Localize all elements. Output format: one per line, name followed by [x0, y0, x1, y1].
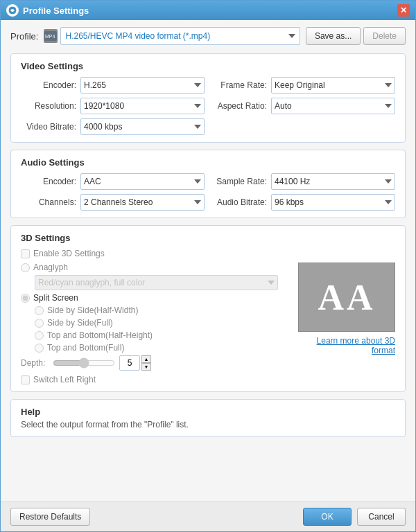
- depth-spinner: ▲ ▼: [141, 355, 151, 371]
- channels-label: Channels:: [21, 197, 76, 207]
- side-by-side-full-label: Side by Side(Full): [47, 318, 113, 328]
- encoder-row: Encoder: H.265: [21, 77, 205, 94]
- 3d-preview-box: AA: [298, 263, 395, 332]
- aspect-ratio-label: Aspect Ratio:: [211, 101, 267, 111]
- sample-rate-label: Sample Rate:: [211, 177, 267, 186]
- resolution-select[interactable]: 1920*1080: [80, 98, 205, 114]
- audio-bitrate-select[interactable]: 96 kbps: [271, 194, 395, 211]
- ok-button[interactable]: OK: [303, 508, 352, 526]
- 3d-settings-title: 3D Settings: [21, 233, 395, 243]
- split-screen-label: Split Screen: [33, 293, 78, 303]
- encoder-label: Encoder:: [21, 80, 76, 90]
- profile-settings-window: Profile Settings ✕ Profile: MP4 H.265/HE…: [0, 0, 416, 532]
- top-bottom-half-label: Top and Bottom(Half-Height): [47, 330, 153, 340]
- title-bar: Profile Settings ✕: [1, 1, 415, 20]
- aspect-ratio-select[interactable]: Auto: [271, 98, 395, 114]
- anaglyph-radio[interactable]: [21, 263, 30, 272]
- audio-settings-section: Audio Settings Encoder: AAC Sample Rate:…: [10, 150, 406, 218]
- 3d-right-panel: AA Learn more about 3D format: [298, 263, 395, 384]
- switch-lr-checkbox[interactable]: [21, 375, 30, 384]
- help-section: Help Select the output format from the "…: [10, 399, 406, 437]
- depth-label: Depth:: [21, 358, 49, 368]
- split-screen-radio[interactable]: [21, 294, 30, 303]
- sample-rate-select[interactable]: 44100 Hz: [271, 173, 395, 190]
- depth-value-input[interactable]: [119, 355, 140, 371]
- frame-rate-select[interactable]: Keep Original: [271, 77, 395, 94]
- app-icon: [6, 4, 19, 17]
- learn-more-link[interactable]: Learn more about 3D format: [298, 336, 395, 355]
- top-bottom-half-radio[interactable]: [35, 331, 44, 340]
- profile-select[interactable]: H.265/HEVC MP4 video format (*.mp4): [60, 27, 300, 45]
- split-screen-row: Split Screen: [21, 293, 291, 303]
- 3d-settings-section: 3D Settings Enable 3D Settings Anaglyph …: [10, 225, 406, 392]
- top-bottom-full-radio[interactable]: [35, 344, 44, 353]
- depth-slider[interactable]: [53, 357, 115, 369]
- video-settings-grid: Encoder: H.265 Frame Rate: Keep Original…: [21, 77, 395, 135]
- save-as-button[interactable]: Save as...: [306, 27, 361, 45]
- anaglyph-row: Anaglyph: [21, 263, 291, 272]
- footer-right: OK Cancel: [303, 508, 406, 526]
- channels-select[interactable]: 2 Channels Stereo: [80, 194, 205, 211]
- main-content: Profile: MP4 H.265/HEVC MP4 video format…: [1, 20, 415, 502]
- channels-row: Channels: 2 Channels Stereo: [21, 194, 205, 211]
- sample-rate-row: Sample Rate: 44100 Hz: [211, 173, 395, 190]
- 3d-content: Anaglyph Red/cyan anaglyph, full color S…: [21, 263, 395, 384]
- encoder-select[interactable]: H.265: [80, 77, 205, 94]
- audio-encoder-select[interactable]: AAC: [80, 173, 205, 190]
- enable-3d-row: Enable 3D Settings: [21, 249, 395, 258]
- profile-row: Profile: MP4 H.265/HEVC MP4 video format…: [10, 27, 406, 45]
- top-bottom-full-label: Top and Bottom(Full): [47, 343, 124, 353]
- frame-rate-row: Frame Rate: Keep Original: [211, 77, 395, 94]
- restore-defaults-button[interactable]: Restore Defaults: [10, 508, 90, 526]
- audio-settings-grid: Encoder: AAC Sample Rate: 44100 Hz Chann…: [21, 173, 395, 211]
- side-by-side-half-radio[interactable]: [35, 306, 44, 315]
- audio-settings-title: Audio Settings: [21, 157, 395, 168]
- top-bottom-half-row: Top and Bottom(Half-Height): [35, 330, 291, 340]
- video-settings-section: Video Settings Encoder: H.265 Frame Rate…: [10, 53, 406, 143]
- video-bitrate-select[interactable]: 4000 kbps: [80, 118, 205, 135]
- frame-rate-label: Frame Rate:: [211, 80, 267, 90]
- side-by-side-full-radio[interactable]: [35, 319, 44, 328]
- side-by-side-half-row: Side by Side(Half-Width): [35, 305, 291, 315]
- video-settings-title: Video Settings: [21, 61, 395, 71]
- audio-encoder-label: Encoder:: [21, 177, 76, 186]
- profile-format-icon: MP4: [44, 29, 58, 43]
- 3d-left-panel: Anaglyph Red/cyan anaglyph, full color S…: [21, 263, 291, 384]
- audio-bitrate-label: Audio Bitrate:: [211, 197, 267, 207]
- help-title: Help: [21, 407, 395, 417]
- switch-row: Switch Left Right: [21, 375, 291, 384]
- help-text: Select the output format from the "Profi…: [21, 420, 395, 429]
- resolution-row: Resolution: 1920*1080: [21, 98, 205, 114]
- 3d-preview-aa: AA: [318, 277, 375, 318]
- audio-encoder-row: Encoder: AAC: [21, 173, 205, 190]
- video-bitrate-row: Video Bitrate: 4000 kbps: [21, 118, 205, 135]
- enable-3d-checkbox[interactable]: [21, 249, 30, 258]
- depth-row: Depth: ▲ ▼: [21, 355, 291, 371]
- side-by-side-half-label: Side by Side(Half-Width): [47, 305, 138, 315]
- switch-lr-label: Switch Left Right: [33, 375, 96, 384]
- aspect-ratio-row: Aspect Ratio: Auto: [211, 98, 395, 114]
- close-button[interactable]: ✕: [397, 4, 410, 17]
- resolution-label: Resolution:: [21, 101, 76, 111]
- footer: Restore Defaults OK Cancel: [1, 502, 415, 531]
- video-bitrate-label: Video Bitrate:: [21, 122, 76, 132]
- enable-3d-label: Enable 3D Settings: [33, 249, 105, 258]
- anaglyph-select[interactable]: Red/cyan anaglyph, full color: [35, 275, 278, 290]
- top-bottom-full-row: Top and Bottom(Full): [35, 343, 291, 353]
- anaglyph-label: Anaglyph: [33, 263, 68, 272]
- side-by-side-full-row: Side by Side(Full): [35, 318, 291, 328]
- window-title: Profile Settings: [23, 6, 397, 16]
- depth-up-button[interactable]: ▲: [141, 355, 151, 363]
- profile-label: Profile:: [10, 31, 38, 42]
- delete-button[interactable]: Delete: [363, 27, 406, 45]
- cancel-button[interactable]: Cancel: [357, 508, 406, 526]
- svg-text:MP4: MP4: [45, 34, 55, 39]
- audio-bitrate-row: Audio Bitrate: 96 kbps: [211, 194, 395, 211]
- depth-down-button[interactable]: ▼: [141, 363, 151, 371]
